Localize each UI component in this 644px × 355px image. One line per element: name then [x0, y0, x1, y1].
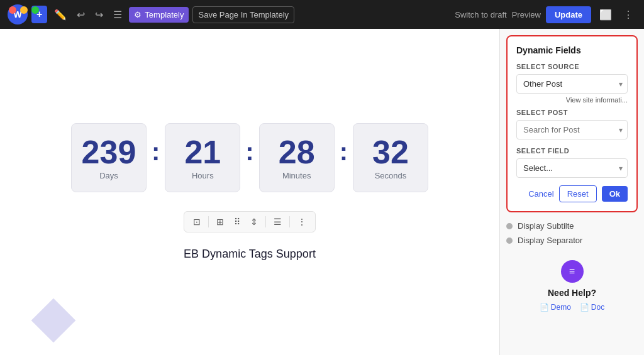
window-chrome: [9, 6, 39, 14]
doc-label: Doc: [591, 303, 604, 312]
update-label: Update: [555, 10, 582, 19]
update-button[interactable]: Update: [546, 6, 591, 23]
days-value: 239: [82, 136, 136, 168]
reset-button[interactable]: Reset: [559, 185, 597, 202]
pen-button[interactable]: ✏️: [51, 6, 70, 24]
widget-move-button[interactable]: ⠿: [230, 214, 244, 229]
doc-icon-demo: 📄: [540, 303, 549, 312]
cancel-link[interactable]: Cancel: [528, 189, 553, 199]
redo-button[interactable]: ↪: [92, 6, 106, 24]
demo-link[interactable]: 📄 Demo: [540, 303, 571, 312]
minimize-dot[interactable]: [20, 6, 28, 14]
subtitle-label: Display Subtilte: [518, 221, 574, 231]
separator-1: :: [152, 138, 160, 178]
ok-button[interactable]: Ok: [602, 186, 628, 202]
toolbar-divider-3: [289, 216, 290, 227]
countdown-widget: 239 Days : 21 Hours : 28 Minutes : 32 Se…: [71, 123, 428, 192]
widget-resize-button[interactable]: ⇕: [247, 214, 262, 229]
menu-button[interactable]: ☰: [110, 6, 125, 24]
widget-icon-button[interactable]: ⊡: [189, 214, 204, 229]
settings-button[interactable]: ⋮: [620, 6, 636, 24]
templately-icon: ⚙: [134, 10, 142, 19]
toolbar-divider-1: [208, 216, 209, 227]
need-help-section: ≡ Need Help? 📄 Demo 📄 Doc: [506, 254, 638, 318]
toolbar-divider-2: [265, 216, 266, 227]
undo-button[interactable]: ↩: [74, 6, 88, 24]
page-title: EB Dynamic Tags Support: [184, 248, 316, 261]
separator-2: :: [245, 138, 253, 178]
topbar-left: W + ✏️ ↩ ↪ ☰ ⚙ Templately Save Page In T…: [8, 4, 450, 25]
help-links: 📄 Demo 📄 Doc: [540, 303, 604, 312]
widget-settings-button[interactable]: ⊞: [213, 214, 228, 229]
post-label: Select Post: [516, 109, 628, 116]
display-subtitle-option[interactable]: Display Subtilte: [506, 219, 638, 233]
field-select[interactable]: Select...: [516, 158, 628, 178]
topbar: W + ✏️ ↩ ↪ ☰ ⚙ Templately Save Page In T…: [0, 0, 644, 29]
dynamic-fields-panel: Dynamic Fields SELECT SOURCE Other Post …: [506, 35, 638, 212]
close-dot[interactable]: [9, 6, 16, 14]
canvas: 239 Days : 21 Hours : 28 Minutes : 32 Se…: [0, 29, 499, 355]
main-area: 239 Days : 21 Hours : 28 Minutes : 32 Se…: [0, 29, 644, 355]
source-select[interactable]: Other Post Current Post Site Info: [516, 74, 628, 94]
doc-icon: 📄: [580, 303, 589, 312]
display-separator-option[interactable]: Display Separator: [506, 233, 638, 248]
widget-more-button[interactable]: ⋮: [294, 214, 310, 229]
preview-button[interactable]: Preview: [512, 10, 541, 19]
switch-draft-label: Switch to draft: [455, 10, 506, 19]
source-label: SELECT SOURCE: [516, 63, 628, 70]
widget-align-button[interactable]: ☰: [270, 214, 286, 229]
countdown-minutes: 28 Minutes: [259, 123, 335, 192]
countdown-days: 239 Days: [71, 123, 147, 192]
panel-actions: Cancel Reset Ok: [516, 185, 628, 202]
panel-options: Display Subtilte Display Separator: [506, 219, 638, 248]
view-site-info: View site informati...: [516, 96, 628, 104]
post-search-wrapper: ▾: [516, 120, 628, 139]
view-toggle-button[interactable]: ⬜: [596, 6, 615, 24]
save-page-button[interactable]: Save Page In Templately: [192, 6, 294, 23]
templately-label: Templately: [145, 10, 184, 19]
post-search-input[interactable]: [516, 120, 628, 139]
hours-value: 21: [184, 136, 221, 168]
subtitle-dot: [506, 223, 513, 229]
source-select-wrapper: Other Post Current Post Site Info ▾: [516, 74, 628, 94]
seconds-value: 32: [372, 136, 409, 168]
help-icon: ≡: [561, 260, 584, 283]
seconds-label: Seconds: [375, 171, 407, 180]
separator-3: :: [340, 138, 348, 178]
templately-button[interactable]: ⚙ Templately: [129, 7, 189, 23]
field-label: Select Field: [516, 147, 628, 155]
demo-label: Demo: [551, 303, 571, 312]
field-select-wrapper: Select... ▾: [516, 158, 628, 178]
doc-link[interactable]: 📄 Doc: [580, 303, 604, 312]
separator-dot: [506, 238, 513, 244]
right-panel: Dynamic Fields SELECT SOURCE Other Post …: [499, 29, 644, 355]
countdown-seconds: 32 Seconds: [353, 123, 428, 192]
switch-draft-button[interactable]: Switch to draft: [455, 10, 506, 19]
widget-toolbar: ⊡ ⊞ ⠿ ⇕ ☰ ⋮: [184, 211, 316, 232]
minutes-label: Minutes: [282, 171, 311, 180]
countdown-hours: 21 Hours: [165, 123, 240, 192]
days-label: Days: [99, 171, 118, 180]
diamond-decoration: [31, 298, 76, 343]
separator-label: Display Separator: [518, 236, 582, 245]
need-help-title: Need Help?: [548, 288, 596, 298]
save-page-label: Save Page In Templately: [198, 10, 289, 19]
hours-label: Hours: [192, 171, 214, 180]
minutes-value: 28: [279, 136, 315, 168]
panel-title: Dynamic Fields: [516, 45, 628, 55]
maximize-dot[interactable]: [31, 6, 39, 14]
topbar-right: Switch to draft Preview Update ⬜ ⋮: [455, 6, 636, 24]
preview-label: Preview: [512, 10, 541, 19]
